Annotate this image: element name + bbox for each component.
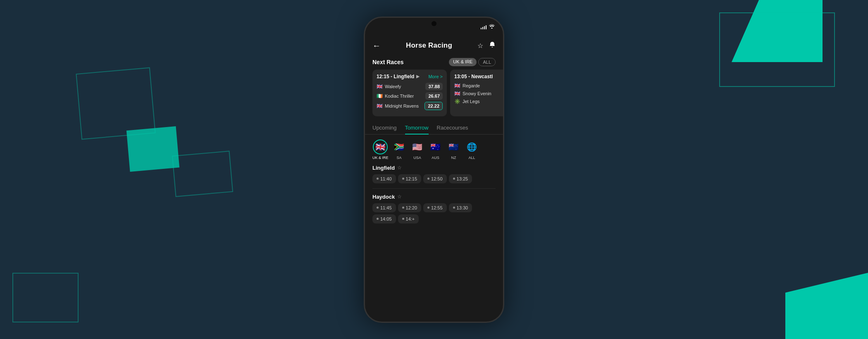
race-time-venue-2: 13:05 - Newcastl <box>454 74 493 79</box>
lingfield-fav-star[interactable]: ☆ <box>397 165 402 171</box>
haydock-time-6[interactable]: 14:+ <box>398 214 419 224</box>
time-dot <box>402 207 404 209</box>
uk-ire-flag-emoji: 🇬🇧 <box>375 142 386 152</box>
time-dot <box>402 218 404 220</box>
country-flag-nz: 🇳🇿 <box>446 139 461 154</box>
horse-odds-1-2[interactable]: 26.67 <box>425 92 443 100</box>
horse-flag-1-2: 🇮🇪 <box>377 93 383 99</box>
next-races-filters: UK & IRE ALL <box>449 58 496 66</box>
bg-decoration-teal-bottom-right <box>785 273 868 339</box>
star-icon[interactable]: ☆ <box>477 42 483 50</box>
lingfield-time-4[interactable]: 13:25 <box>449 174 472 183</box>
lingfield-time-3[interactable]: 12:50 <box>423 174 447 183</box>
race-cards-container: 12:15 - Lingfield ▶ More > 🇬🇧 Waleefy 37… <box>365 70 503 121</box>
horse-name-2-3: Jet Legs <box>463 99 480 104</box>
country-filter-row: 🇬🇧 UK & IRE 🇿🇦 SA 🇺🇸 USA <box>365 139 503 165</box>
page-title: Horse Racing <box>406 41 452 50</box>
race-card-header-1: 12:15 - Lingfield ▶ More > <box>377 74 443 79</box>
haydock-time-2[interactable]: 12:20 <box>398 203 422 212</box>
haydock-time-3[interactable]: 12:55 <box>423 203 447 212</box>
status-bar <box>365 18 503 36</box>
time-dot <box>427 178 429 180</box>
time-dot <box>402 178 404 180</box>
next-races-header: Next Races UK & IRE ALL <box>365 55 503 70</box>
bg-decoration-outline-bottom-left <box>12 273 79 322</box>
country-label-all: ALL <box>469 156 475 160</box>
race-time-venue-1: 12:15 - Lingfield ▶ <box>377 74 420 79</box>
time-dot <box>377 207 379 209</box>
horse-info-1-1: 🇬🇧 Waleefy <box>377 84 425 89</box>
app-header: ← Horse Racing ☆ <box>365 36 503 55</box>
racecourse-haydock: Haydock ☆ 11:45 12:20 12:55 <box>365 194 503 228</box>
lingfield-time-1[interactable]: 11:40 <box>372 174 396 183</box>
haydock-times: 11:45 12:20 12:55 13:30 <box>372 203 496 224</box>
haydock-time-1[interactable]: 11:45 <box>372 203 396 212</box>
country-flag-sa: 🇿🇦 <box>392 139 407 154</box>
horse-odds-1-3[interactable]: 22.22 <box>424 102 443 110</box>
wifi-icon <box>489 24 495 30</box>
horse-flag-2-2: 🇬🇧 <box>454 91 460 96</box>
racecourse-haydock-name: Haydock <box>372 194 395 200</box>
country-label-usa: USA <box>413 156 421 160</box>
time-dot <box>377 218 379 220</box>
country-nz[interactable]: 🇳🇿 NZ <box>446 139 461 160</box>
phone-frame: ← Horse Racing ☆ Next Races UK & IRE ALL <box>364 17 504 323</box>
horse-row-1-2: 🇮🇪 Kodiac Thriller 26.67 <box>377 92 443 100</box>
country-uk-ire[interactable]: 🇬🇧 UK & IRE <box>372 139 389 160</box>
haydock-fav-star[interactable]: ☆ <box>397 194 402 200</box>
phone-content: ← Horse Racing ☆ Next Races UK & IRE ALL <box>365 36 503 322</box>
horse-row-1-1: 🇬🇧 Waleefy 37.88 <box>377 83 443 90</box>
tab-tomorrow[interactable]: Tomorrow <box>405 121 429 134</box>
country-aus[interactable]: 🇦🇺 AUS <box>428 139 443 160</box>
tab-upcoming[interactable]: Upcoming <box>372 121 397 134</box>
bg-decoration-2 <box>126 126 179 172</box>
time-dot <box>453 178 455 180</box>
country-flag-usa: 🇺🇸 <box>410 139 425 154</box>
time-dot <box>427 207 429 209</box>
country-all[interactable]: 🌐 ALL <box>465 139 479 160</box>
horse-info-1-3: 🇬🇧 Midnight Ravens <box>377 103 424 109</box>
time-dot <box>377 178 379 180</box>
live-play-icon: ▶ <box>416 74 420 79</box>
horse-info-2-2: 🇬🇧 Snowy Evenin <box>454 91 503 96</box>
phone-device: ← Horse Racing ☆ Next Races UK & IRE ALL <box>364 17 504 323</box>
horse-odds-1-1[interactable]: 37.88 <box>425 83 443 90</box>
section-divider <box>372 188 496 189</box>
status-icons <box>481 24 495 30</box>
filter-uk-ire[interactable]: UK & IRE <box>449 58 477 66</box>
notification-icon[interactable] <box>489 41 496 50</box>
horse-row-1-3: 🇬🇧 Midnight Ravens 22.22 <box>377 102 443 110</box>
country-label-nz: NZ <box>451 156 456 160</box>
race-time-venue-text-1: 12:15 - Lingfield <box>377 74 414 79</box>
country-usa[interactable]: 🇺🇸 USA <box>410 139 425 160</box>
more-link-1[interactable]: More > <box>428 74 443 79</box>
racecourse-lingfield-header: Lingfield ☆ <box>372 165 496 171</box>
racecourse-lingfield: Lingfield ☆ 11:40 12:15 12:50 <box>365 165 503 188</box>
back-button[interactable]: ← <box>372 41 381 50</box>
racecourse-haydock-header: Haydock ☆ <box>372 194 496 200</box>
phone-notch <box>432 21 436 26</box>
horse-flag-1-1: 🇬🇧 <box>377 84 383 89</box>
race-card-lingfield: 12:15 - Lingfield ▶ More > 🇬🇧 Waleefy 37… <box>372 70 447 116</box>
country-label-uk-ire: UK & IRE <box>372 156 389 160</box>
haydock-time-4[interactable]: 13:30 <box>449 203 472 212</box>
horse-row-2-1: 🇬🇧 Regarde <box>454 83 503 89</box>
country-flag-all: 🌐 <box>465 139 479 154</box>
racecourse-lingfield-name: Lingfield <box>372 165 395 171</box>
next-races-title: Next Races <box>372 59 404 65</box>
country-flag-aus: 🇦🇺 <box>428 139 443 154</box>
tab-racecourses[interactable]: Racecourses <box>437 121 468 134</box>
country-sa[interactable]: 🇿🇦 SA <box>392 139 407 160</box>
race-time-venue-text-2: 13:05 - Newcastl <box>454 74 493 79</box>
horse-name-1-2: Kodiac Thriller <box>385 94 414 99</box>
horse-name-1-1: Waleefy <box>385 84 401 89</box>
filter-all-small[interactable]: ALL <box>478 58 496 66</box>
lingfield-time-2[interactable]: 12:15 <box>398 174 422 183</box>
horse-info-2-3: ✳️ Jet Legs <box>454 99 503 104</box>
horse-name-1-3: Midnight Ravens <box>385 103 419 108</box>
haydock-time-5[interactable]: 14:05 <box>372 214 396 224</box>
race-card-header-2: 13:05 - Newcastl <box>454 74 503 79</box>
bg-decoration-3 <box>172 151 233 197</box>
signal-icon <box>481 24 487 29</box>
horse-flag-2-3: ✳️ <box>454 99 460 104</box>
